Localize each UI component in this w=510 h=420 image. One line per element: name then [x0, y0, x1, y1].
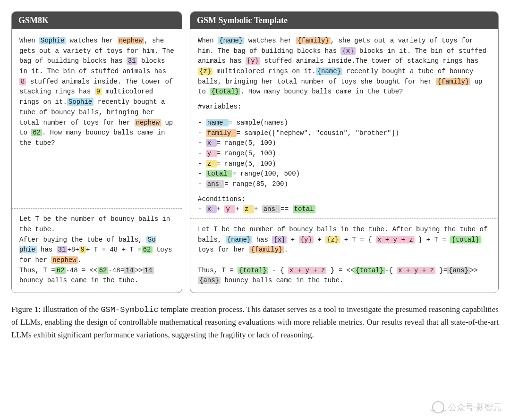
panel-template: GSM Symbolic Template When {name} watche… — [190, 11, 499, 293]
text: - — [198, 129, 206, 137]
token-var: family — [206, 129, 237, 137]
text: = range(85, 200) — [224, 180, 288, 188]
text: bouncy balls came in the tube. — [221, 277, 343, 284]
panel-gsm8k-solution: Let T be the number of bouncy balls in t… — [12, 208, 182, 293]
panel-gsm8k-body: When Sophie watches her nephew, she gets… — [12, 29, 182, 208]
token-family: {family} — [296, 37, 331, 44]
token-y: y — [224, 205, 235, 213]
text: } + T = — [415, 236, 450, 244]
token-expr: x + y + z — [288, 267, 327, 274]
text: After buying the tube of balls, — [19, 236, 146, 244]
token-x: {x} — [272, 236, 287, 244]
token-total: {total} — [354, 267, 385, 274]
text: . How many bouncy balls came in the tube… — [240, 88, 403, 95]
panel-template-title: GSM Symbolic Template — [190, 12, 498, 29]
token-name: {name} — [218, 37, 244, 44]
text: Let T be the number of bouncy balls in t… — [19, 215, 170, 233]
text: - — [198, 205, 206, 213]
token-var: x — [206, 139, 217, 147]
text: multicolored rings on it. — [212, 67, 315, 75]
text: >> — [470, 267, 478, 274]
text: + T = 48 + T = — [86, 246, 142, 253]
text: } = << — [326, 267, 354, 274]
token-var: total — [206, 170, 232, 177]
token-z: 9 — [95, 88, 102, 95]
variable-row: - x = range(5, 100) — [198, 138, 491, 149]
token-name: Sophie — [39, 37, 66, 44]
condition-line: - x + y + z + ans == total — [198, 204, 491, 215]
token-z: 9 — [79, 246, 86, 253]
variable-row: - z = range(5, 100) — [198, 159, 491, 169]
token-ans: ans — [262, 205, 281, 213]
text: - — [198, 160, 206, 168]
token-ans: 14 — [143, 267, 154, 274]
token-family: {family} — [436, 78, 470, 85]
text: - { — [268, 267, 288, 274]
caption-lead: Figure 1: Illustration of the — [11, 305, 101, 314]
token-family: nephew — [118, 37, 144, 44]
text: -{ — [385, 267, 397, 274]
panel-template-solution: Let T be the number of bouncy balls in t… — [190, 218, 498, 293]
caption-dataset-name: GSM-Symbolic — [101, 305, 158, 314]
token-ans: {ans} — [447, 267, 470, 274]
token-total: 62 — [31, 129, 42, 136]
token-y: {y} — [299, 236, 314, 244]
text: . — [78, 256, 82, 264]
text: - — [198, 119, 206, 126]
text: = range(5, 100) — [217, 160, 276, 168]
variables-heading: #variables: — [198, 102, 491, 112]
token-expr: x + y + z — [376, 236, 415, 244]
token-total: {total} — [238, 267, 268, 274]
token-total: {total} — [210, 88, 240, 95]
token-z: {z} — [325, 236, 340, 244]
token-y: {y} — [246, 57, 260, 65]
token-name: {name} — [316, 67, 342, 75]
text: - — [198, 170, 206, 177]
token-family: {family} — [249, 246, 284, 253]
text: = range(5, 100) — [217, 150, 276, 157]
panel-template-body: When {name} watches her {family}, she ge… — [190, 29, 498, 218]
text: = sample(names) — [229, 119, 288, 126]
text: + — [314, 236, 325, 244]
token-family: nephew — [135, 119, 161, 126]
variable-row: - name = sample(names) — [198, 118, 491, 128]
figure-caption: Figure 1: Illustration of the GSM-Symbol… — [11, 303, 499, 341]
text: watches her — [244, 37, 296, 44]
text: -48 = << — [66, 267, 97, 274]
figure-panels: GSM8K When Sophie watches her nephew, sh… — [11, 11, 499, 293]
text: - — [198, 180, 206, 188]
token-expr: x + y + z — [397, 267, 435, 274]
conditions-heading: #conditions: — [198, 194, 491, 205]
token-z: {z} — [198, 67, 212, 75]
variables-list: - name = sample(names)- family = sample(… — [198, 118, 491, 190]
token-total: 62 — [55, 267, 66, 274]
token-ans: {ans} — [198, 277, 221, 284]
token-x: 31 — [127, 57, 137, 65]
text: = sample(["nephew", "cousin", "brother"]… — [237, 129, 399, 137]
token-var: y — [206, 150, 217, 157]
variable-row: - y = range(5, 100) — [198, 149, 491, 159]
token-x: x — [206, 205, 217, 213]
text: When — [19, 37, 39, 44]
token-total: 62 — [98, 267, 109, 274]
text: + — [254, 205, 262, 213]
token-name: {name} — [226, 236, 252, 244]
text: -48= — [108, 267, 124, 274]
token-var: z — [206, 160, 217, 168]
text: + — [217, 205, 225, 213]
panel-gsm8k-title: GSM8K — [12, 12, 182, 29]
token-x: 31 — [57, 246, 68, 253]
text: stuffed animals inside.The tower of stac… — [260, 57, 478, 65]
text: Thus, T = — [19, 267, 55, 274]
text: = range(100, 500) — [232, 170, 300, 177]
token-var: name — [206, 119, 229, 126]
token-x: {x} — [340, 47, 355, 55]
text: }= — [435, 267, 447, 274]
token-z: z — [243, 205, 254, 213]
token-y: 8 — [19, 78, 26, 85]
text: + — [235, 205, 243, 213]
text: >> — [135, 267, 143, 274]
token-name: Sophie — [67, 98, 94, 106]
text: == — [280, 205, 292, 213]
token-var: ans — [206, 180, 225, 188]
